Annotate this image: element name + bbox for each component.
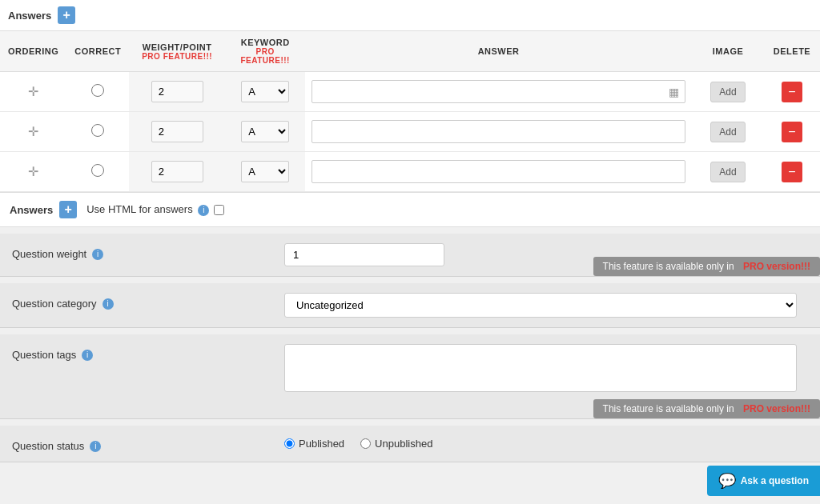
question-weight-input[interactable]: [284, 243, 444, 266]
table-row: ✛ A B C Add: [0, 152, 820, 192]
question-category-label: Question category i: [12, 293, 284, 310]
question-tags-input[interactable]: [284, 344, 797, 392]
delete-button-3[interactable]: −: [782, 162, 802, 182]
ask-question-label: Ask a question: [741, 475, 809, 486]
status-published-option[interactable]: Published: [284, 438, 344, 450]
tags-pro-text: PRO version!!!: [743, 403, 810, 414]
delete-cell: −: [764, 72, 820, 112]
answer-input-2[interactable]: [312, 120, 685, 143]
delete-button-2[interactable]: −: [782, 122, 802, 142]
weight-pro-text: PRO version!!!: [743, 261, 810, 272]
section-divider-3: [0, 328, 820, 334]
th-correct: CORRECT: [66, 31, 129, 72]
question-status-row: Question status i Published Unpublished: [12, 435, 808, 452]
keyword-select-2[interactable]: A B C: [241, 121, 289, 142]
status-published-radio[interactable]: [284, 438, 295, 449]
ask-question-button[interactable]: 💬 Ask a question: [707, 466, 820, 496]
answers-header-row: Answers +: [0, 0, 820, 31]
delete-cell: −: [764, 112, 820, 152]
question-category-select[interactable]: Uncategorized Category 1 Category 2: [284, 293, 797, 318]
question-status-label: Question status i: [12, 435, 284, 452]
tags-info-icon: i: [82, 350, 93, 361]
question-weight-label: Question weight i: [12, 243, 284, 260]
section-divider-4: [0, 419, 820, 426]
html-checkbox[interactable]: [214, 205, 224, 215]
question-category-row: Question category i Uncategorized Catego…: [12, 293, 808, 318]
status-unpublished-option[interactable]: Unpublished: [360, 438, 432, 450]
question-tags-label: Question tags i: [12, 344, 284, 361]
weight-cell: [129, 72, 225, 112]
answers-bottom-bar: Answers + Use HTML for answers i: [0, 192, 820, 227]
th-weight: WEIGHT/POINT PRO Feature!!!: [129, 31, 225, 72]
answer-cell: ▦: [305, 72, 692, 112]
table-row: ✛ A B C Add: [0, 112, 820, 152]
keyword-select-1[interactable]: A B C: [241, 81, 289, 102]
correct-cell: [66, 72, 129, 112]
image-cell: Add: [692, 152, 764, 192]
media-icon: ▦: [669, 86, 679, 98]
keyword-cell: A B C: [225, 112, 305, 152]
correct-radio-3[interactable]: [91, 164, 104, 177]
html-label: Use HTML for answers i: [86, 203, 209, 216]
tags-pro-banner: This feature is available only in PRO ve…: [593, 399, 820, 418]
table-row: ✛ A B C ▦ Add: [0, 72, 820, 112]
add-answer-button-bottom[interactable]: +: [59, 201, 77, 218]
th-keyword: KEYWORD PRO Feature!!!: [225, 31, 305, 72]
th-delete: DELETE: [764, 31, 820, 72]
status-info-icon: i: [90, 441, 101, 452]
status-unpublished-radio[interactable]: [360, 438, 371, 449]
weight-pro-banner: This feature is available only in PRO ve…: [593, 257, 820, 276]
question-tags-control: [284, 344, 808, 394]
answers-table: ORDERING CORRECT WEIGHT/POINT PRO Featur…: [0, 31, 820, 192]
add-image-button-1[interactable]: Add: [710, 82, 745, 102]
question-category-control: Uncategorized Category 1 Category 2: [284, 293, 808, 318]
correct-radio-1[interactable]: [91, 84, 104, 97]
weight-cell: [129, 152, 225, 192]
keyword-cell: A B C: [225, 72, 305, 112]
th-keyword-pro: PRO Feature!!!: [233, 47, 297, 65]
main-container: Answers + ORDERING CORRECT WEIGHT/POINT …: [0, 0, 820, 462]
table-header-row: ORDERING CORRECT WEIGHT/POINT PRO Featur…: [0, 31, 820, 72]
correct-radio-2[interactable]: [91, 124, 104, 137]
correct-cell: [66, 112, 129, 152]
category-info-icon: i: [102, 298, 114, 310]
answer-cell: [305, 112, 692, 152]
status-options: Published Unpublished: [284, 438, 432, 450]
question-tags-row: Question tags i: [12, 344, 808, 394]
question-status-section: Question status i Published Unpublished: [0, 426, 820, 462]
add-image-button-3[interactable]: Add: [710, 162, 745, 182]
th-ordering: ORDERING: [0, 31, 66, 72]
section-divider-2: [0, 277, 820, 283]
keyword-select-3[interactable]: A B C: [241, 161, 289, 182]
answer-input-1[interactable]: [312, 80, 685, 103]
th-answer: ANSWER: [305, 31, 692, 72]
th-weight-pro: PRO Feature!!!: [137, 52, 217, 61]
drag-handle[interactable]: ✛: [28, 85, 38, 98]
th-image: IMAGE: [692, 31, 764, 72]
answers-header-label: Answers: [8, 10, 51, 22]
weight-info-icon: i: [92, 249, 103, 260]
keyword-cell: A B C: [225, 152, 305, 192]
question-category-section: Question category i Uncategorized Catego…: [0, 283, 820, 328]
delete-button-1[interactable]: −: [782, 82, 802, 102]
status-unpublished-label: Unpublished: [375, 438, 432, 450]
weight-cell: [129, 112, 225, 152]
answer-input-3[interactable]: [312, 160, 685, 183]
weight-input-3[interactable]: [151, 161, 203, 182]
question-weight-section: Question weight i This feature is availa…: [0, 234, 820, 277]
question-tags-section: Question tags i This feature is availabl…: [0, 334, 820, 419]
drag-handle[interactable]: ✛: [28, 165, 38, 178]
answer-cell: [305, 152, 692, 192]
answers-bottom-label: Answers: [10, 204, 53, 216]
weight-input-1[interactable]: [151, 81, 203, 102]
status-published-label: Published: [299, 438, 344, 450]
add-image-button-2[interactable]: Add: [710, 122, 745, 142]
section-divider-1: [0, 227, 820, 234]
weight-input-2[interactable]: [151, 121, 203, 142]
add-answer-button-top[interactable]: +: [58, 6, 75, 24]
image-cell: Add: [692, 112, 764, 152]
drag-handle[interactable]: ✛: [28, 125, 38, 138]
chat-icon: 💬: [718, 472, 736, 490]
html-info-icon: i: [198, 205, 209, 216]
ordering-cell: ✛: [0, 112, 66, 152]
